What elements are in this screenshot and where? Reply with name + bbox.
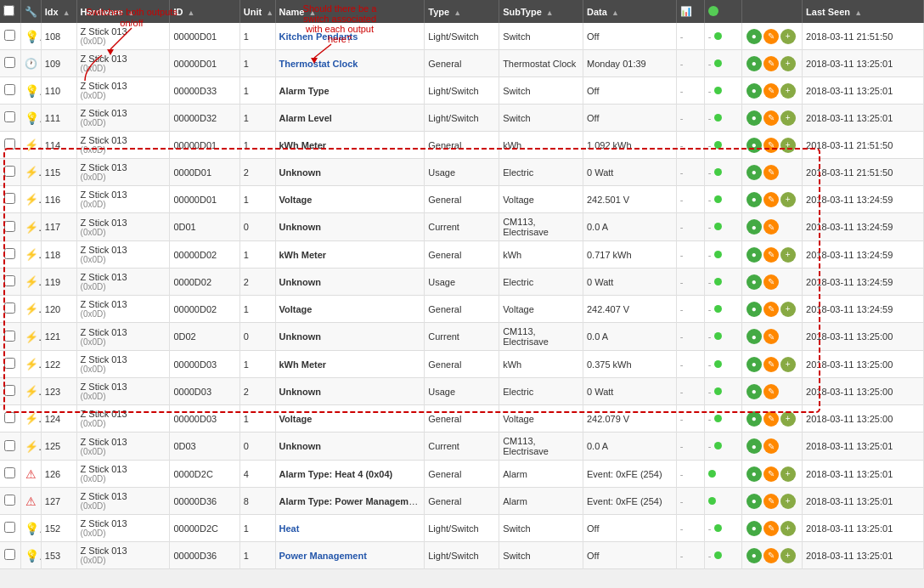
action-green-btn[interactable]: ●: [747, 438, 762, 454]
action-edit-btn[interactable]: ✎: [763, 192, 779, 207]
row-checkbox[interactable]: [4, 166, 15, 177]
header-type[interactable]: Type ▲: [425, 0, 499, 23]
row-checkbox[interactable]: [4, 385, 15, 396]
cell-actions[interactable]: ●✎+: [741, 186, 802, 213]
select-all-checkbox[interactable]: [3, 5, 14, 16]
action-edit-btn[interactable]: ✎: [763, 110, 779, 126]
action-edit-btn[interactable]: ✎: [763, 329, 779, 344]
table-wrapper[interactable]: 🔧 Idx ▲ Hardware ▲ ID ▲ Unit ▲: [0, 0, 924, 588]
action-add-btn[interactable]: +: [780, 357, 796, 372]
row-checkbox[interactable]: [4, 467, 15, 478]
action-edit-btn[interactable]: ✎: [763, 56, 779, 71]
cell-actions[interactable]: ●✎+: [741, 488, 802, 515]
action-add-btn[interactable]: +: [780, 83, 796, 99]
action-edit-btn[interactable]: ✎: [763, 274, 779, 290]
action-green-btn[interactable]: ●: [747, 548, 762, 563]
action-add-btn[interactable]: +: [780, 29, 796, 44]
action-green-btn[interactable]: ●: [747, 165, 762, 180]
cell-actions[interactable]: ●✎+: [741, 23, 802, 50]
action-add-btn[interactable]: +: [780, 138, 796, 153]
row-checkbox[interactable]: [4, 111, 15, 122]
cell-actions[interactable]: ●✎: [741, 433, 802, 461]
row-checkbox[interactable]: [4, 57, 15, 68]
cell-actions[interactable]: ●✎+: [741, 296, 802, 323]
cell-name[interactable]: Power Management: [275, 542, 425, 569]
action-add-btn[interactable]: +: [780, 302, 796, 317]
action-edit-btn[interactable]: ✎: [763, 247, 779, 263]
row-checkbox[interactable]: [4, 139, 15, 150]
action-green-btn[interactable]: ●: [747, 56, 762, 71]
action-edit-btn[interactable]: ✎: [763, 494, 779, 509]
cell-actions[interactable]: ●✎+: [741, 105, 802, 132]
cell-actions[interactable]: ●✎+: [741, 50, 802, 77]
header-subtype[interactable]: SubType ▲: [499, 0, 583, 23]
row-checkbox[interactable]: [4, 412, 15, 423]
row-checkbox[interactable]: [4, 275, 15, 286]
cell-actions[interactable]: ●✎+: [741, 132, 802, 159]
header-name[interactable]: Name ▲: [275, 0, 425, 23]
action-add-btn[interactable]: +: [780, 192, 796, 207]
cell-actions[interactable]: ●✎: [741, 323, 802, 351]
cell-name[interactable]: Kitchen Pendants: [275, 23, 425, 50]
cell-actions[interactable]: ●✎+: [741, 241, 802, 269]
row-checkbox[interactable]: [4, 331, 15, 342]
action-green-btn[interactable]: ●: [747, 357, 762, 372]
device-name-link[interactable]: Power Management: [279, 551, 367, 561]
action-green-btn[interactable]: ●: [747, 138, 762, 153]
action-edit-btn[interactable]: ✎: [763, 165, 779, 180]
device-name-link[interactable]: Kitchen Pendants: [279, 31, 358, 42]
action-add-btn[interactable]: +: [780, 56, 796, 71]
cell-actions[interactable]: ●✎+: [741, 515, 802, 542]
action-green-btn[interactable]: ●: [747, 247, 762, 263]
row-checkbox[interactable]: [4, 549, 15, 560]
action-green-btn[interactable]: ●: [747, 466, 762, 482]
cell-actions[interactable]: ●✎+: [741, 461, 802, 488]
action-green-btn[interactable]: ●: [747, 110, 762, 126]
cell-actions[interactable]: ●✎+: [741, 351, 802, 378]
header-data[interactable]: Data ▲: [583, 0, 676, 23]
action-add-btn[interactable]: +: [780, 247, 796, 263]
device-name-link[interactable]: Thermostat Clock: [279, 59, 358, 69]
cell-actions[interactable]: ●✎+: [741, 542, 802, 569]
action-edit-btn[interactable]: ✎: [763, 357, 779, 372]
row-checkbox[interactable]: [4, 193, 15, 204]
row-checkbox[interactable]: [4, 221, 15, 232]
header-unit[interactable]: Unit ▲: [239, 0, 275, 23]
action-add-btn[interactable]: +: [780, 494, 796, 509]
row-checkbox[interactable]: [4, 358, 15, 369]
row-checkbox[interactable]: [4, 84, 15, 95]
action-green-btn[interactable]: ●: [747, 29, 762, 44]
action-add-btn[interactable]: +: [780, 110, 796, 126]
cell-actions[interactable]: ●✎+: [741, 77, 802, 105]
action-edit-btn[interactable]: ✎: [763, 438, 779, 454]
action-green-btn[interactable]: ●: [747, 329, 762, 344]
action-edit-btn[interactable]: ✎: [763, 411, 779, 427]
device-name-link[interactable]: Heat: [279, 523, 300, 534]
cell-actions[interactable]: ●✎: [741, 213, 802, 241]
header-hardware[interactable]: Hardware ▲: [76, 0, 170, 23]
cell-name[interactable]: Heat: [275, 515, 425, 542]
row-checkbox[interactable]: [4, 302, 15, 314]
row-checkbox[interactable]: [4, 522, 15, 533]
header-lastseen[interactable]: Last Seen ▲: [803, 0, 924, 23]
header-check[interactable]: [0, 0, 20, 23]
action-green-btn[interactable]: ●: [747, 521, 762, 536]
action-add-btn[interactable]: +: [780, 521, 796, 536]
action-green-btn[interactable]: ●: [747, 302, 762, 317]
row-checkbox[interactable]: [4, 440, 15, 451]
action-green-btn[interactable]: ●: [747, 384, 762, 399]
action-edit-btn[interactable]: ✎: [763, 219, 779, 235]
action-edit-btn[interactable]: ✎: [763, 29, 779, 44]
action-edit-btn[interactable]: ✎: [763, 302, 779, 317]
header-id[interactable]: ID ▲: [170, 0, 239, 23]
cell-actions[interactable]: ●✎: [741, 378, 802, 405]
action-add-btn[interactable]: +: [780, 466, 796, 482]
cell-actions[interactable]: ●✎+: [741, 405, 802, 433]
action-green-btn[interactable]: ●: [747, 494, 762, 509]
action-green-btn[interactable]: ●: [747, 83, 762, 99]
action-green-btn[interactable]: ●: [747, 411, 762, 427]
cell-actions[interactable]: ●✎: [741, 269, 802, 296]
action-edit-btn[interactable]: ✎: [763, 83, 779, 99]
row-checkbox[interactable]: [4, 495, 15, 506]
action-green-btn[interactable]: ●: [747, 192, 762, 207]
